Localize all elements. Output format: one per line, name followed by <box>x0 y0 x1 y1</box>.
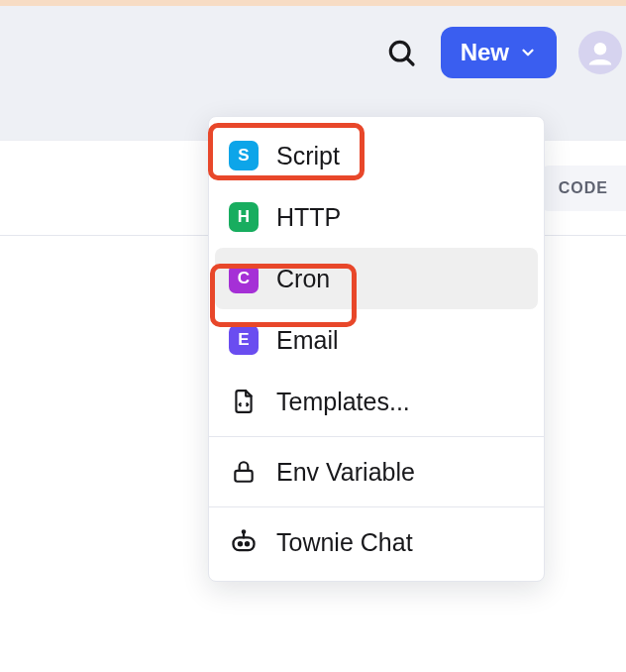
menu-item-label: Email <box>276 326 339 355</box>
email-badge-icon: E <box>229 325 259 355</box>
menu-item-label: Cron <box>276 265 330 293</box>
menu-item-env-variable[interactable]: Env Variable <box>209 441 544 503</box>
svg-point-5 <box>239 542 242 545</box>
menu-separator <box>209 436 544 437</box>
menu-item-templates[interactable]: Templates... <box>209 371 544 432</box>
svg-line-1 <box>406 57 412 63</box>
menu-item-cron[interactable]: C Cron <box>215 248 538 309</box>
search-icon <box>385 37 417 68</box>
svg-point-8 <box>243 530 245 532</box>
http-badge-icon: H <box>229 202 259 232</box>
menu-item-label: Templates... <box>276 388 410 416</box>
templates-icon <box>229 387 259 416</box>
user-icon <box>585 38 615 67</box>
new-button[interactable]: New <box>441 27 557 78</box>
menu-item-townie-chat[interactable]: Townie Chat <box>209 511 544 573</box>
code-tab[interactable]: CODE <box>541 166 626 211</box>
svg-point-6 <box>246 542 249 545</box>
svg-rect-4 <box>234 537 255 550</box>
new-dropdown: S Script H HTTP C Cron E Email Templates… <box>208 116 545 582</box>
svg-rect-3 <box>235 471 252 482</box>
menu-item-http[interactable]: H HTTP <box>209 186 544 248</box>
menu-item-label: Env Variable <box>276 458 415 487</box>
menu-item-label: HTTP <box>276 203 341 232</box>
code-tab-label: CODE <box>559 179 608 196</box>
menu-item-label: Townie Chat <box>276 528 413 557</box>
new-button-label: New <box>461 39 509 66</box>
menu-item-email[interactable]: E Email <box>209 309 544 371</box>
search-button[interactable] <box>383 35 419 70</box>
menu-separator <box>209 506 544 507</box>
avatar[interactable] <box>578 31 622 74</box>
menu-item-label: Script <box>276 142 340 170</box>
script-badge-icon: S <box>229 141 259 170</box>
robot-icon <box>229 527 259 557</box>
menu-item-script[interactable]: S Script <box>209 125 544 186</box>
svg-point-2 <box>594 43 607 56</box>
lock-icon <box>229 457 259 487</box>
cron-badge-icon: C <box>229 264 259 293</box>
chevron-down-icon <box>519 44 537 61</box>
